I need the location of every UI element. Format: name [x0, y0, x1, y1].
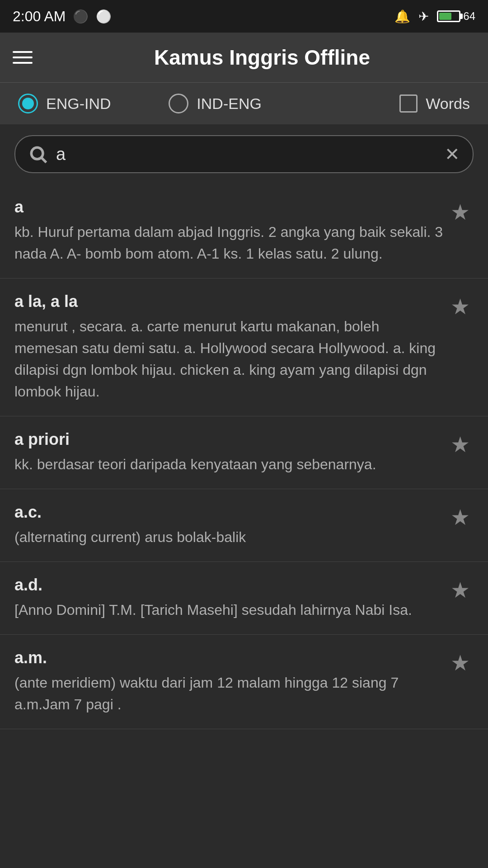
dict-definition: [Anno Domini] T.M. [Tarich Masehi] sesud…	[14, 599, 443, 621]
battery-box	[437, 10, 460, 22]
favorite-button[interactable]: ★	[450, 577, 470, 603]
sim-icon: ⚫	[73, 9, 89, 24]
hamburger-line-1	[13, 51, 33, 53]
svg-point-0	[31, 147, 43, 159]
checkbox-words[interactable]: Words	[319, 94, 470, 113]
checkbox-label-words: Words	[426, 95, 470, 113]
favorite-button[interactable]: ★	[450, 294, 470, 319]
star-icon: ★	[450, 651, 470, 675]
list-item: a.d.[Anno Domini] T.M. [Tarich Masehi] s…	[0, 562, 488, 635]
dict-entry-content: a.d.[Anno Domini] T.M. [Tarich Masehi] s…	[14, 576, 443, 621]
favorite-button[interactable]: ★	[450, 199, 470, 225]
radio-circle-eng-ind	[18, 94, 38, 113]
list-item: a.c.(alternating current) arus bolak-bal…	[0, 489, 488, 562]
dict-word: a.m.	[14, 648, 443, 667]
status-bar: 2:00 AM ⚫ ⚪ 🔔 ✈ 64	[0, 0, 488, 33]
radio-eng-ind[interactable]: ENG-IND	[18, 94, 169, 113]
clear-button[interactable]: ✕	[445, 145, 460, 163]
battery-fill	[439, 13, 451, 20]
radio-row: ENG-IND IND-ENG Words	[0, 82, 488, 124]
star-icon: ★	[450, 505, 470, 529]
sim2-icon: ⚪	[96, 9, 112, 24]
dict-word: a la, a la	[14, 292, 443, 311]
app-title: Kamus Inggris Offline	[49, 45, 475, 70]
dict-entry-content: a.c.(alternating current) arus bolak-bal…	[14, 503, 443, 548]
search-input-wrapper: ✕	[14, 135, 474, 173]
list-item: a.m.(ante meridiem) waktu dari jam 12 ma…	[0, 635, 488, 729]
checkbox-square-words	[399, 94, 418, 113]
search-input[interactable]	[56, 145, 436, 164]
dict-definition: menurut , secara. a. carte menurut kartu…	[14, 316, 443, 402]
dict-entry-content: a la, a lamenurut , secara. a. carte men…	[14, 292, 443, 402]
dict-definition: (ante meridiem) waktu dari jam 12 malam …	[14, 672, 443, 715]
svg-line-1	[42, 158, 46, 162]
toolbar: Kamus Inggris Offline	[0, 33, 488, 82]
favorite-button[interactable]: ★	[450, 432, 470, 457]
battery-level: 64	[463, 10, 475, 23]
search-bar: ✕	[0, 124, 488, 184]
dict-word: a priori	[14, 430, 443, 449]
dict-entry-content: a priorikk. berdasar teori daripada keny…	[14, 430, 443, 475]
radio-circle-ind-eng	[169, 94, 188, 113]
star-icon: ★	[450, 200, 470, 224]
radio-label-eng-ind: ENG-IND	[46, 95, 111, 113]
list-item: a priorikk. berdasar teori daripada keny…	[0, 416, 488, 489]
dictionary-list: akb. Huruf pertama dalam abjad Inggris. …	[0, 184, 488, 729]
hamburger-line-3	[13, 62, 33, 64]
dict-entry-content: akb. Huruf pertama dalam abjad Inggris. …	[14, 198, 443, 264]
dict-definition: (alternating current) arus bolak-balik	[14, 526, 443, 548]
mute-icon: 🔔	[394, 9, 410, 24]
status-time: 2:00 AM	[13, 8, 66, 25]
star-icon: ★	[450, 433, 470, 457]
search-icon	[28, 144, 48, 164]
radio-label-ind-eng: IND-ENG	[197, 95, 262, 113]
radio-ind-eng[interactable]: IND-ENG	[169, 94, 319, 113]
favorite-button[interactable]: ★	[450, 650, 470, 675]
dict-word: a.c.	[14, 503, 443, 522]
status-right: 🔔 ✈ 64	[394, 9, 475, 24]
hamburger-button[interactable]	[13, 51, 33, 64]
star-icon: ★	[450, 578, 470, 602]
hamburger-line-2	[13, 57, 33, 58]
battery-indicator: 64	[437, 10, 475, 23]
list-item: a la, a lamenurut , secara. a. carte men…	[0, 278, 488, 416]
dict-definition: kb. Huruf pertama dalam abjad Inggris. 2…	[14, 221, 443, 264]
dict-word: a.d.	[14, 576, 443, 594]
dict-word: a	[14, 198, 443, 217]
favorite-button[interactable]: ★	[450, 505, 470, 530]
star-icon: ★	[450, 295, 470, 319]
status-left: 2:00 AM ⚫ ⚪	[13, 8, 112, 25]
list-item: akb. Huruf pertama dalam abjad Inggris. …	[0, 184, 488, 278]
airplane-icon: ✈	[418, 9, 429, 24]
dict-entry-content: a.m.(ante meridiem) waktu dari jam 12 ma…	[14, 648, 443, 715]
dict-definition: kk. berdasar teori daripada kenyataan ya…	[14, 453, 443, 475]
